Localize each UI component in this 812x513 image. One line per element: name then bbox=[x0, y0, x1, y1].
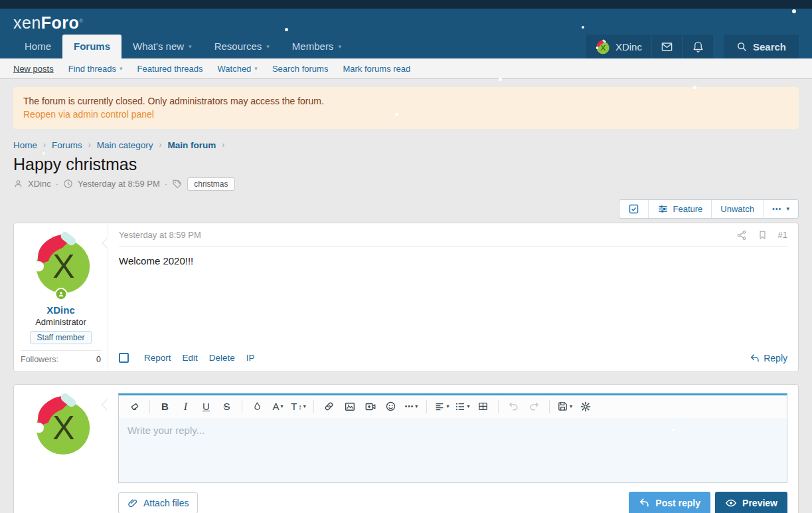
avatar[interactable]: X bbox=[29, 392, 93, 456]
subnav-new-posts[interactable]: New posts bbox=[13, 64, 54, 74]
more-format-button[interactable]: •••▾ bbox=[401, 397, 422, 416]
post-card: X XDinc Administrator Staff member Follo… bbox=[13, 223, 799, 372]
thread-date-link[interactable]: Yesterday at 8:59 PM bbox=[78, 179, 160, 189]
subnav-featured-threads[interactable]: Featured threads bbox=[137, 64, 203, 74]
envelope-icon bbox=[661, 41, 673, 53]
delete-link[interactable]: Delete bbox=[209, 353, 235, 363]
thread-author-link[interactable]: XDinc bbox=[28, 179, 51, 189]
align-left-icon bbox=[434, 401, 445, 412]
bold-button[interactable]: B bbox=[155, 397, 175, 416]
subnav-search-forums[interactable]: Search forums bbox=[272, 64, 329, 74]
feature-button[interactable]: Feature bbox=[648, 200, 712, 218]
account-name: XDinc bbox=[615, 41, 642, 52]
clock-icon bbox=[63, 179, 73, 189]
chevron-down-icon: ▾ bbox=[254, 65, 258, 72]
report-link[interactable]: Report bbox=[144, 353, 171, 363]
list-button[interactable]: ▾ bbox=[452, 397, 473, 416]
notice-text: The forum is currently closed. Only admi… bbox=[23, 94, 789, 108]
reply-arrow-icon bbox=[750, 353, 760, 363]
breadcrumb: Home› Forums› Main category› Main forum› bbox=[13, 140, 799, 150]
tab-forums[interactable]: Forums bbox=[62, 35, 122, 58]
avatar[interactable]: X bbox=[29, 231, 93, 294]
paperclip-icon bbox=[127, 498, 138, 508]
font-size-button[interactable]: T↕▾ bbox=[288, 397, 309, 416]
chevron-down-icon: ▾ bbox=[467, 403, 469, 409]
italic-button[interactable]: I bbox=[175, 397, 196, 416]
subnav-watched[interactable]: Watched▾ bbox=[218, 64, 258, 74]
search-button[interactable]: Search bbox=[724, 35, 799, 58]
reply-editor-cell: B I U S A▾ T↕▾ bbox=[108, 385, 798, 513]
preview-button[interactable]: Preview bbox=[715, 492, 787, 513]
thread-meta: XDinc · Yesterday at 8:59 PM · christmas bbox=[13, 177, 799, 191]
checked-checkbox-icon bbox=[628, 203, 639, 215]
insert-image-button[interactable] bbox=[339, 397, 360, 416]
subnav-mark-forums-read[interactable]: Mark forums read bbox=[343, 64, 410, 74]
bookmark-icon[interactable] bbox=[758, 230, 768, 240]
reply-avatar-cell: X bbox=[14, 385, 108, 513]
select-thread-button[interactable] bbox=[619, 200, 648, 218]
tab-resources[interactable]: Resources▾ bbox=[203, 35, 281, 58]
strikethrough-button[interactable]: S bbox=[216, 397, 237, 416]
reply-textarea[interactable]: Write your reply... bbox=[119, 418, 787, 482]
unwatch-button[interactable]: Unwatch bbox=[711, 200, 763, 218]
reply-link[interactable]: Reply bbox=[750, 353, 787, 363]
reply-arrow-icon bbox=[639, 497, 650, 508]
subnav-find-threads[interactable]: Find threads▾ bbox=[68, 64, 123, 74]
more-options-button[interactable]: ••• ▾ bbox=[763, 200, 798, 218]
font-family-button[interactable]: A▾ bbox=[268, 397, 288, 416]
avatar: X bbox=[595, 39, 610, 54]
alerts-button[interactable] bbox=[683, 35, 713, 58]
account-button[interactable]: X XDinc bbox=[586, 35, 651, 58]
insert-link-button[interactable] bbox=[319, 397, 339, 416]
tab-whats-new[interactable]: What's new▾ bbox=[122, 35, 203, 58]
alignment-button[interactable]: ▾ bbox=[432, 397, 452, 416]
text-color-button[interactable] bbox=[247, 397, 268, 416]
tab-members[interactable]: Members▾ bbox=[281, 35, 353, 58]
online-indicator-icon bbox=[54, 288, 67, 300]
xenforo-logo[interactable]: xenForo® bbox=[13, 13, 84, 33]
underline-button[interactable]: U bbox=[196, 397, 216, 416]
tab-home[interactable]: Home bbox=[13, 35, 62, 58]
undo-button[interactable] bbox=[503, 397, 524, 416]
post-number-link[interactable]: #1 bbox=[778, 230, 787, 240]
svg-text:X: X bbox=[601, 43, 606, 51]
post-body: Welcome 2020!!! bbox=[119, 247, 787, 348]
drafts-button[interactable]: ▾ bbox=[554, 397, 575, 416]
ip-link[interactable]: IP bbox=[246, 353, 255, 363]
share-icon[interactable] bbox=[736, 230, 747, 241]
crumb-forums[interactable]: Forums bbox=[52, 140, 82, 150]
redo-button[interactable] bbox=[524, 397, 544, 416]
chevron-down-icon: ▾ bbox=[266, 35, 270, 58]
image-icon bbox=[344, 401, 356, 413]
thread-title: Happy christmas bbox=[13, 155, 799, 174]
svg-text:X: X bbox=[52, 248, 74, 285]
post-select-checkbox[interactable] bbox=[119, 353, 129, 363]
post-date-link[interactable]: Yesterday at 8:59 PM bbox=[119, 230, 201, 240]
crumb-main-category[interactable]: Main category bbox=[97, 140, 153, 150]
page-header: xenForo® Home Forums What's new▾ Resourc… bbox=[0, 9, 812, 58]
chevron-down-icon: ▾ bbox=[281, 403, 284, 409]
smilies-button[interactable] bbox=[380, 397, 401, 416]
smiley-icon bbox=[385, 401, 396, 412]
post-reply-button[interactable]: Post reply bbox=[629, 492, 710, 513]
edit-link[interactable]: Edit bbox=[183, 353, 198, 363]
chevron-down-icon: ▾ bbox=[786, 205, 789, 212]
post-author-name[interactable]: XDinc bbox=[21, 304, 101, 316]
chevron-down-icon: ▾ bbox=[120, 65, 123, 72]
crumb-home[interactable]: Home bbox=[13, 140, 37, 150]
editor-settings-button[interactable] bbox=[575, 397, 596, 416]
tag-christmas[interactable]: christmas bbox=[187, 177, 234, 191]
search-icon bbox=[736, 41, 748, 52]
floppy-disk-icon bbox=[557, 401, 568, 412]
chevron-down-icon: ▾ bbox=[570, 403, 572, 409]
remove-format-button[interactable] bbox=[124, 397, 145, 416]
inbox-button[interactable] bbox=[652, 35, 682, 58]
crumb-main-forum[interactable]: Main forum bbox=[168, 140, 216, 150]
attach-files-button[interactable]: Attach files bbox=[118, 492, 198, 513]
insert-table-button[interactable] bbox=[473, 397, 493, 416]
gear-icon bbox=[580, 401, 592, 413]
tags-icon bbox=[172, 179, 183, 189]
video-plus-icon bbox=[365, 401, 376, 413]
insert-media-button[interactable] bbox=[360, 397, 380, 416]
reopen-admin-link[interactable]: Reopen via admin control panel bbox=[23, 109, 154, 120]
